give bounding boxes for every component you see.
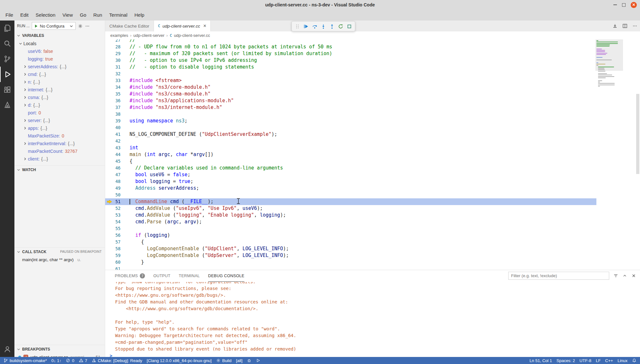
platform[interactable]: Linux: [615, 357, 630, 364]
variable-row[interactable]: interPacketInterval:{...}: [14, 140, 105, 147]
warning-count[interactable]: 7: [77, 357, 89, 364]
tab-terminal[interactable]: TERMINAL: [179, 270, 200, 282]
console-filter-input[interactable]: [508, 272, 609, 280]
more-actions-icon[interactable]: [632, 23, 637, 29]
menu-item-selection[interactable]: Selection: [32, 11, 59, 19]
tab-output[interactable]: OUTPUT: [153, 270, 170, 282]
code-line[interactable]: 27//: [105, 39, 596, 44]
continue-button[interactable]: [302, 22, 310, 31]
menu-item-go[interactable]: Go: [76, 11, 90, 19]
extensions-icon[interactable]: [0, 82, 14, 97]
stop-button[interactable]: [345, 22, 354, 31]
close-tab-icon[interactable]: ×: [203, 23, 206, 29]
code-line[interactable]: 42: [105, 138, 596, 145]
code-line[interactable]: 29// - maximum of 320 packets sent (or l…: [105, 50, 596, 57]
code-line[interactable]: 38: [105, 111, 596, 118]
code-line[interactable]: 52 cmd.AddValue ("useIpv6", "Use Ipv6", …: [105, 205, 596, 212]
account-icon[interactable]: [0, 342, 14, 357]
variable-row[interactable]: MaxPacketSize:0: [14, 132, 105, 140]
encoding[interactable]: UTF-8: [577, 357, 594, 364]
variables-scope-row[interactable]: Locals: [14, 40, 105, 47]
tab-debug-console[interactable]: DEBUG CONSOLE: [208, 270, 244, 282]
toolbar-gripper[interactable]: [293, 22, 302, 31]
breadcrumb-item[interactable]: udp-client-server: [133, 33, 164, 38]
code-line[interactable]: 60 }: [105, 259, 596, 266]
variable-row[interactable]: maxPacketCount:32767: [14, 147, 105, 155]
code-line[interactable]: 30// - option to use IPv4 or IPv6 addres…: [105, 57, 596, 64]
code-line[interactable]: 37#include "ns3/internet-module.h": [105, 104, 596, 111]
breadcrumb-item[interactable]: udp-client-server.cc: [174, 33, 210, 38]
variable-row[interactable]: port:0: [14, 109, 105, 117]
menu-item-terminal[interactable]: Terminal: [106, 11, 131, 19]
breakpoint-row[interactable]: ✓ udp-client-server.cc exampl... 51: [14, 353, 105, 357]
minimize-button[interactable]: [613, 4, 617, 5]
split-editor-icon[interactable]: [622, 23, 627, 29]
code-line[interactable]: 36#include "ns3/applications-module.h": [105, 97, 596, 104]
language-mode[interactable]: C++: [603, 357, 615, 364]
code-line[interactable]: 45{: [105, 158, 596, 165]
tab-cmake-cache-editor[interactable]: CMake Cache Editor: [105, 21, 154, 31]
code-line[interactable]: 56 if (logging): [105, 232, 596, 239]
step-over-button[interactable]: [310, 22, 319, 31]
menu-item-edit[interactable]: Edit: [17, 11, 32, 19]
stack-frame[interactable]: main(int argc, char ** argv) u.: [14, 256, 105, 263]
breakpoints-section-header[interactable]: BREAKPOINTS: [14, 345, 105, 353]
menu-item-help[interactable]: Help: [131, 11, 148, 19]
menu-item-view[interactable]: View: [59, 11, 76, 19]
code-line[interactable]: 47 bool useV6 = false;: [105, 171, 596, 178]
more-actions-icon[interactable]: [85, 24, 90, 29]
code-line[interactable]: 31// - option to disable logging stateme…: [105, 64, 596, 70]
code-line[interactable]: 59 LogComponentEnable ("UdpServer", LOG_…: [105, 252, 596, 259]
filter-icon[interactable]: [613, 273, 618, 278]
code-line[interactable]: 51 CommandLine cmd (__FILE__);: [105, 198, 596, 205]
launch-target-button[interactable]: [254, 357, 263, 364]
code-line[interactable]: 41NS_LOG_COMPONENT_DEFINE ("UdpClientSer…: [105, 131, 596, 138]
run-and-debug-icon[interactable]: [0, 67, 14, 82]
debug-target-button[interactable]: [245, 357, 254, 364]
variable-row[interactable]: n:{...}: [14, 78, 105, 86]
chevron-right-icon[interactable]: [22, 72, 28, 77]
variable-row[interactable]: logging:true: [14, 55, 105, 63]
kit-selector[interactable]: [Clang 12.0.0 x86_64-pc-linux-gnu]: [145, 357, 214, 364]
variable-row[interactable]: server:{...}: [14, 117, 105, 124]
error-count[interactable]: 0: [63, 357, 76, 364]
tab-problems[interactable]: PROBLEMS 7: [115, 270, 145, 282]
open-changes-icon[interactable]: [612, 23, 618, 29]
chevron-down-icon[interactable]: [18, 41, 23, 46]
code-editor[interactable]: 27//28// - UDP flow from n0 to n1 of 102…: [105, 39, 640, 270]
menu-item-run[interactable]: Run: [90, 11, 106, 19]
code-line[interactable]: 32: [105, 70, 596, 77]
code-line[interactable]: 57 {: [105, 239, 596, 245]
start-debug-icon[interactable]: [34, 24, 38, 29]
code-line[interactable]: 54 cmd.Parse (argc, argv);: [105, 219, 596, 225]
notifications-bell[interactable]: [630, 357, 639, 364]
watch-section-header[interactable]: WATCH: [14, 165, 105, 174]
variable-row[interactable]: useV6:false: [14, 47, 105, 55]
tab-udp-client-server[interactable]: C udp-client-server.cc ×: [154, 21, 211, 31]
chevron-right-icon[interactable]: [22, 118, 28, 123]
chevron-right-icon[interactable]: [22, 103, 28, 107]
eol[interactable]: LF: [594, 357, 603, 364]
git-branch-status[interactable]: buildsystem-cmake*: [1, 357, 49, 364]
build-button[interactable]: Build: [214, 357, 234, 364]
gear-icon[interactable]: [78, 24, 83, 29]
search-icon[interactable]: [0, 36, 14, 51]
step-out-button[interactable]: [328, 22, 336, 31]
code-line[interactable]: 33#include <fstream>: [105, 77, 596, 84]
code-line[interactable]: 35#include "ns3/csma-module.h": [105, 91, 596, 97]
restart-button[interactable]: [336, 22, 345, 31]
breakpoint-checkbox[interactable]: ✓: [23, 355, 28, 357]
close-button[interactable]: ✕: [631, 2, 637, 8]
build-target[interactable]: [all]: [234, 357, 245, 364]
code-line[interactable]: 50: [105, 192, 596, 198]
chevron-right-icon[interactable]: [22, 95, 28, 100]
variable-row[interactable]: client:{...}: [14, 155, 105, 163]
chevron-right-icon[interactable]: [22, 126, 28, 130]
minimap-slider[interactable]: [595, 39, 623, 71]
debug-console-prompt[interactable]: >: [110, 352, 640, 357]
vertical-scrollbar[interactable]: [636, 39, 640, 270]
code-line[interactable]: 28// - UDP flow from n0 to n1 of 1024 by…: [105, 44, 596, 50]
close-panel-icon[interactable]: [631, 273, 636, 278]
code-line[interactable]: 34#include "ns3/core-module.h": [105, 84, 596, 91]
maximize-button[interactable]: [622, 3, 626, 7]
